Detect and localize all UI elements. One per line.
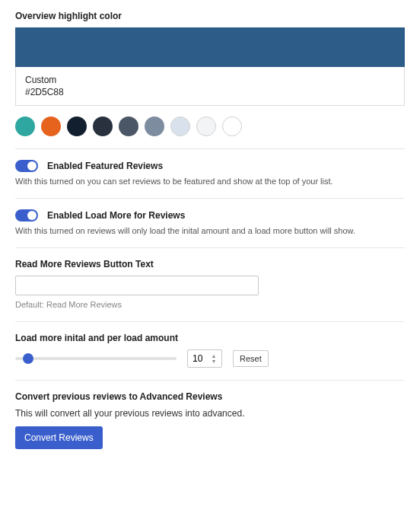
convert-button[interactable]: Convert Reviews (15, 426, 103, 449)
load-amount-slider[interactable] (15, 352, 177, 365)
reset-button[interactable]: Reset (233, 350, 269, 367)
button-text-default: Default: Read More Reviews (15, 300, 405, 309)
color-swatch-4[interactable] (119, 116, 138, 136)
load-amount-section: Load more inital and per load amount ▲ ▼… (15, 322, 405, 381)
color-swatch-7[interactable] (196, 116, 216, 136)
color-swatch-0[interactable] (15, 116, 35, 136)
button-text-label: Read More Reviews Button Text (15, 259, 405, 269)
swatch-row (15, 116, 405, 136)
button-text-input[interactable] (15, 276, 259, 295)
loadmore-hint: With this turned on reviews will only lo… (15, 226, 405, 235)
highlight-title: Overview highlight color (15, 11, 405, 21)
load-amount-label: Load more inital and per load amount (15, 333, 405, 343)
load-amount-number[interactable] (188, 353, 209, 364)
convert-desc: This will convert all your previous revi… (15, 408, 405, 419)
button-text-section: Read More Reviews Button Text Default: R… (15, 248, 405, 322)
highlight-color-section: Overview highlight color Custom #2D5C88 (15, 0, 405, 149)
color-info-box: Custom #2D5C88 (15, 67, 405, 106)
color-swatch-8[interactable] (222, 116, 242, 136)
featured-label: Enabled Featured Reviews (47, 161, 163, 171)
loadmore-toggle[interactable] (15, 209, 38, 222)
color-name: Custom (25, 75, 395, 85)
color-swatch-5[interactable] (145, 116, 164, 136)
color-swatch-2[interactable] (67, 116, 87, 136)
slider-thumb[interactable] (23, 353, 33, 364)
load-amount-number-wrap[interactable]: ▲ ▼ (187, 349, 222, 368)
featured-toggle[interactable] (15, 160, 38, 172)
color-swatch-1[interactable] (41, 116, 61, 136)
convert-title: Convert previous reviews to Advanced Rev… (15, 391, 405, 402)
featured-reviews-section: Enabled Featured Reviews With this turne… (15, 149, 405, 199)
color-preview (15, 27, 405, 67)
color-hex: #2D5C88 (25, 87, 395, 97)
spin-up-icon[interactable]: ▲ (209, 353, 218, 359)
spin-down-icon[interactable]: ▼ (209, 359, 218, 364)
featured-hint: With this turned on you can set reviews … (15, 177, 405, 186)
color-swatch-3[interactable] (93, 116, 113, 136)
loadmore-label: Enabled Load More for Reviews (47, 210, 185, 221)
loadmore-section: Enabled Load More for Reviews With this … (15, 199, 405, 248)
convert-section: Convert previous reviews to Advanced Rev… (15, 381, 405, 461)
color-swatch-6[interactable] (170, 116, 190, 136)
